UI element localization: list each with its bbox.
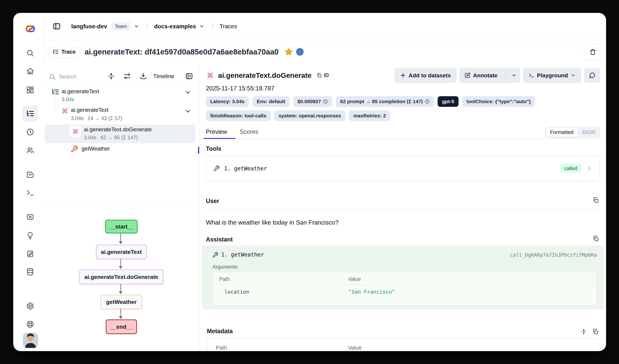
langfuse-logo-icon[interactable] <box>25 25 35 33</box>
sidebar-item-tracing[interactable] <box>22 106 38 121</box>
tree-row[interactable]: ai.generateText <box>71 107 108 113</box>
chevron-down-icon[interactable] <box>134 24 140 29</box>
comments-button[interactable] <box>584 68 600 83</box>
divider <box>213 285 596 285</box>
pen-square-icon <box>464 72 470 78</box>
graph-edge <box>120 284 121 292</box>
panel-left-toggle-icon[interactable] <box>53 22 61 30</box>
user-avatar[interactable] <box>23 333 38 348</box>
graph-node-start[interactable]: __start__ <box>105 220 138 233</box>
span-swirl-icon <box>61 107 69 115</box>
chevron-down-icon[interactable] <box>184 89 191 96</box>
args-row-value: "San Francisco" <box>349 289 395 295</box>
delete-trace-button[interactable] <box>584 43 601 61</box>
collapse-all-icon[interactable] <box>107 72 115 80</box>
terminal-icon[interactable] <box>26 189 34 197</box>
user-message: What is the weather like today in San Fr… <box>206 219 338 226</box>
users-icon[interactable] <box>26 146 34 154</box>
divider <box>44 84 199 85</box>
annotate-button[interactable]: Annotate <box>460 68 503 83</box>
support-lifebuoy-icon[interactable] <box>26 320 34 328</box>
project-team-badge: Team <box>112 22 130 30</box>
chevron-down-icon[interactable] <box>199 24 205 29</box>
breadcrumb-page[interactable]: Traces <box>220 23 237 30</box>
graph-node-getweather[interactable]: getWeather <box>100 295 142 309</box>
copy-assistant-button[interactable] <box>592 235 599 242</box>
assistant-tool-call-panel: 1. getWeather call_DgKARp7a7IhJPDczfifMp… <box>202 245 604 309</box>
timeline-toggle[interactable]: Timeline <box>153 73 174 80</box>
home-icon[interactable] <box>26 67 34 75</box>
toolchoice-badge: toolChoice: {"type":"auto"} <box>462 96 535 107</box>
tool-call-name: 1. getWeather <box>221 251 264 258</box>
view-toggle: Formatted JSON <box>545 127 600 138</box>
tree-connector <box>55 97 61 112</box>
trace-chip-label: Trace <box>61 49 76 55</box>
observation-timestamp: 2025-11-17 15:55:18.787 <box>206 85 274 92</box>
system-badge: system: openai.responses <box>274 110 345 121</box>
tree-row-selected[interactable]: ai.generateText.doGenerate <box>84 126 152 133</box>
dashboard-icon[interactable] <box>26 86 34 94</box>
metadata-path-header: Path <box>216 345 227 351</box>
tree-row[interactable]: getWeather <box>82 146 110 152</box>
trace-tree-panel: Timeline ai.generateText 3.04s <box>44 64 199 351</box>
copy-id-button[interactable]: ID <box>316 72 329 78</box>
graph-edge <box>120 259 121 267</box>
button-divider <box>505 71 506 80</box>
tool-wrench-icon <box>70 145 78 153</box>
tool-wrench-icon <box>212 252 218 258</box>
add-to-datasets-button[interactable]: Add to datasets <box>394 68 457 83</box>
sessions-clock-icon[interactable] <box>26 128 34 136</box>
graph-node-end[interactable]: __end__ <box>106 320 137 334</box>
args-path-header: Path <box>219 276 230 282</box>
tree-row[interactable]: ai.generateText <box>62 88 99 94</box>
annotation-clipboard-pen-icon[interactable] <box>26 250 34 258</box>
public-globe-icon[interactable] <box>295 48 304 56</box>
formatted-toggle[interactable]: Formatted <box>546 128 577 137</box>
trace-header-bar: Trace ai.generateText: df41e597d0a85e0d7… <box>44 40 606 64</box>
prompts-file-code-icon[interactable] <box>26 170 34 178</box>
expand-metadata-icon[interactable] <box>580 328 587 335</box>
annotate-dropdown-chevron[interactable] <box>508 68 520 83</box>
breadcrumb-environment[interactable]: docs-examples <box>154 23 196 30</box>
info-icon <box>425 99 430 104</box>
cost-badge[interactable]: $0.000927 <box>293 96 332 107</box>
datasets-database-icon[interactable] <box>26 268 34 276</box>
copy-metadata-button[interactable] <box>592 328 599 335</box>
view-settings-sliders-icon[interactable] <box>123 72 131 80</box>
list-tree-icon <box>51 88 59 96</box>
tree-search-input[interactable] <box>59 73 98 80</box>
tokens-badge[interactable]: 62 prompt → 85 completion (Σ 147) <box>336 96 434 107</box>
detail-header: ai.generateText.doGenerate ID Add to dat… <box>206 67 600 84</box>
tree-row-duration: 3.04s <box>62 96 74 103</box>
tool-definition-card[interactable]: 1. getWeather called <box>206 156 600 181</box>
arguments-label: Arguments <box>212 264 237 270</box>
evaluation-percent-icon[interactable] <box>26 213 34 221</box>
chevron-right-icon[interactable] <box>586 165 592 172</box>
tab-scores[interactable]: Scores <box>240 128 258 135</box>
panel-collapse-icon[interactable] <box>185 72 193 80</box>
divider <box>199 139 606 139</box>
copy-user-button[interactable] <box>592 197 599 203</box>
comment-bubble-icon <box>589 72 595 79</box>
plus-icon <box>400 72 406 78</box>
chevron-down-icon[interactable] <box>184 108 191 115</box>
info-icon <box>323 99 328 104</box>
copy-icon <box>316 73 322 78</box>
app-window: langfuse-dev Team / docs-examples / Trac… <box>13 13 606 351</box>
lightbulb-icon[interactable] <box>26 231 34 240</box>
json-toggle[interactable]: JSON <box>577 128 599 137</box>
playground-button[interactable]: Playground <box>523 68 581 83</box>
search-icon[interactable] <box>26 49 34 57</box>
model-badge[interactable]: gpt-5 <box>438 96 458 107</box>
list-tree-icon <box>52 49 59 55</box>
breadcrumb-project[interactable]: langfuse-dev <box>71 23 107 30</box>
left-rail <box>13 13 44 351</box>
tab-preview[interactable]: Preview <box>206 128 227 135</box>
graph-node-dogenerate[interactable]: ai.generateText.doGenerate <box>79 270 163 284</box>
graph-node-generatetext[interactable]: ai.generateText <box>96 245 147 259</box>
top-navigation-bar: langfuse-dev Team / docs-examples / Trac… <box>44 13 606 40</box>
download-icon[interactable] <box>140 72 147 80</box>
tool-call-id: call_DgKARp7a7IhJPDczfifMp6Ra <box>510 252 597 258</box>
bookmark-star-icon[interactable] <box>284 48 293 56</box>
settings-gear-icon[interactable] <box>26 302 34 310</box>
